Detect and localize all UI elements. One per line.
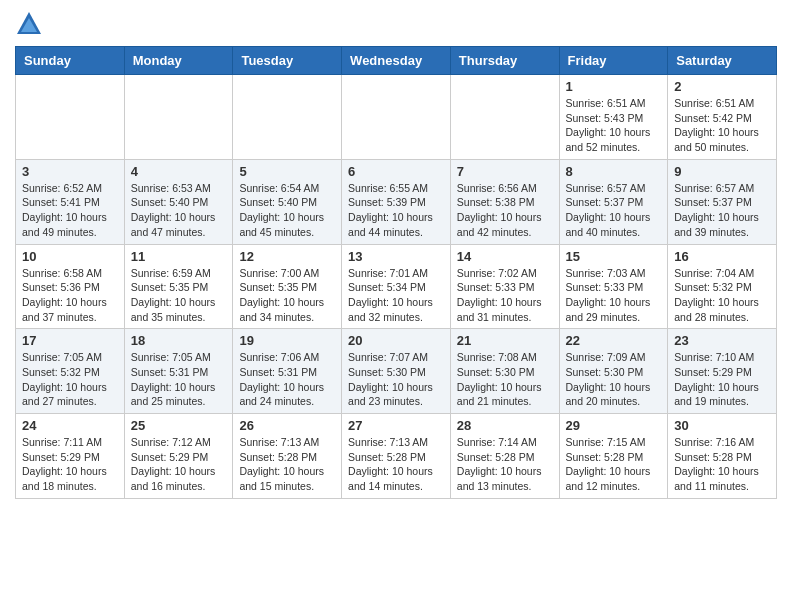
day-number: 24 bbox=[22, 418, 118, 433]
day-number: 11 bbox=[131, 249, 227, 264]
day-number: 28 bbox=[457, 418, 553, 433]
calendar-cell: 11Sunrise: 6:59 AM Sunset: 5:35 PM Dayli… bbox=[124, 244, 233, 329]
day-info: Sunrise: 7:11 AM Sunset: 5:29 PM Dayligh… bbox=[22, 435, 118, 494]
calendar-cell bbox=[450, 75, 559, 160]
day-info: Sunrise: 6:51 AM Sunset: 5:42 PM Dayligh… bbox=[674, 96, 770, 155]
day-number: 18 bbox=[131, 333, 227, 348]
day-info: Sunrise: 6:52 AM Sunset: 5:41 PM Dayligh… bbox=[22, 181, 118, 240]
calendar-cell: 17Sunrise: 7:05 AM Sunset: 5:32 PM Dayli… bbox=[16, 329, 125, 414]
calendar-cell: 20Sunrise: 7:07 AM Sunset: 5:30 PM Dayli… bbox=[342, 329, 451, 414]
calendar-cell bbox=[233, 75, 342, 160]
calendar-cell: 25Sunrise: 7:12 AM Sunset: 5:29 PM Dayli… bbox=[124, 414, 233, 499]
day-header-thursday: Thursday bbox=[450, 47, 559, 75]
day-number: 17 bbox=[22, 333, 118, 348]
day-info: Sunrise: 6:51 AM Sunset: 5:43 PM Dayligh… bbox=[566, 96, 662, 155]
calendar-cell: 13Sunrise: 7:01 AM Sunset: 5:34 PM Dayli… bbox=[342, 244, 451, 329]
day-header-sunday: Sunday bbox=[16, 47, 125, 75]
calendar-cell bbox=[342, 75, 451, 160]
calendar-cell: 29Sunrise: 7:15 AM Sunset: 5:28 PM Dayli… bbox=[559, 414, 668, 499]
day-info: Sunrise: 7:15 AM Sunset: 5:28 PM Dayligh… bbox=[566, 435, 662, 494]
day-info: Sunrise: 7:08 AM Sunset: 5:30 PM Dayligh… bbox=[457, 350, 553, 409]
calendar-cell: 1Sunrise: 6:51 AM Sunset: 5:43 PM Daylig… bbox=[559, 75, 668, 160]
day-number: 27 bbox=[348, 418, 444, 433]
calendar-cell: 23Sunrise: 7:10 AM Sunset: 5:29 PM Dayli… bbox=[668, 329, 777, 414]
calendar-cell: 5Sunrise: 6:54 AM Sunset: 5:40 PM Daylig… bbox=[233, 159, 342, 244]
day-number: 20 bbox=[348, 333, 444, 348]
day-info: Sunrise: 6:59 AM Sunset: 5:35 PM Dayligh… bbox=[131, 266, 227, 325]
calendar-cell: 8Sunrise: 6:57 AM Sunset: 5:37 PM Daylig… bbox=[559, 159, 668, 244]
day-info: Sunrise: 6:58 AM Sunset: 5:36 PM Dayligh… bbox=[22, 266, 118, 325]
week-row-1: 1Sunrise: 6:51 AM Sunset: 5:43 PM Daylig… bbox=[16, 75, 777, 160]
day-info: Sunrise: 7:16 AM Sunset: 5:28 PM Dayligh… bbox=[674, 435, 770, 494]
day-info: Sunrise: 7:06 AM Sunset: 5:31 PM Dayligh… bbox=[239, 350, 335, 409]
week-row-5: 24Sunrise: 7:11 AM Sunset: 5:29 PM Dayli… bbox=[16, 414, 777, 499]
day-info: Sunrise: 7:07 AM Sunset: 5:30 PM Dayligh… bbox=[348, 350, 444, 409]
day-number: 4 bbox=[131, 164, 227, 179]
day-info: Sunrise: 7:12 AM Sunset: 5:29 PM Dayligh… bbox=[131, 435, 227, 494]
day-number: 15 bbox=[566, 249, 662, 264]
day-header-saturday: Saturday bbox=[668, 47, 777, 75]
header-row: SundayMondayTuesdayWednesdayThursdayFrid… bbox=[16, 47, 777, 75]
day-info: Sunrise: 7:02 AM Sunset: 5:33 PM Dayligh… bbox=[457, 266, 553, 325]
calendar-cell bbox=[124, 75, 233, 160]
day-number: 23 bbox=[674, 333, 770, 348]
calendar-cell: 2Sunrise: 6:51 AM Sunset: 5:42 PM Daylig… bbox=[668, 75, 777, 160]
day-info: Sunrise: 7:00 AM Sunset: 5:35 PM Dayligh… bbox=[239, 266, 335, 325]
day-number: 2 bbox=[674, 79, 770, 94]
day-number: 16 bbox=[674, 249, 770, 264]
day-header-friday: Friday bbox=[559, 47, 668, 75]
day-info: Sunrise: 6:55 AM Sunset: 5:39 PM Dayligh… bbox=[348, 181, 444, 240]
day-info: Sunrise: 7:01 AM Sunset: 5:34 PM Dayligh… bbox=[348, 266, 444, 325]
calendar-cell: 6Sunrise: 6:55 AM Sunset: 5:39 PM Daylig… bbox=[342, 159, 451, 244]
day-info: Sunrise: 6:56 AM Sunset: 5:38 PM Dayligh… bbox=[457, 181, 553, 240]
day-number: 25 bbox=[131, 418, 227, 433]
day-number: 10 bbox=[22, 249, 118, 264]
calendar-cell bbox=[16, 75, 125, 160]
day-number: 5 bbox=[239, 164, 335, 179]
day-info: Sunrise: 7:03 AM Sunset: 5:33 PM Dayligh… bbox=[566, 266, 662, 325]
day-info: Sunrise: 7:04 AM Sunset: 5:32 PM Dayligh… bbox=[674, 266, 770, 325]
day-number: 21 bbox=[457, 333, 553, 348]
week-row-4: 17Sunrise: 7:05 AM Sunset: 5:32 PM Dayli… bbox=[16, 329, 777, 414]
day-info: Sunrise: 7:09 AM Sunset: 5:30 PM Dayligh… bbox=[566, 350, 662, 409]
day-number: 30 bbox=[674, 418, 770, 433]
calendar-cell: 27Sunrise: 7:13 AM Sunset: 5:28 PM Dayli… bbox=[342, 414, 451, 499]
week-row-2: 3Sunrise: 6:52 AM Sunset: 5:41 PM Daylig… bbox=[16, 159, 777, 244]
calendar-table: SundayMondayTuesdayWednesdayThursdayFrid… bbox=[15, 46, 777, 499]
calendar-cell: 9Sunrise: 6:57 AM Sunset: 5:37 PM Daylig… bbox=[668, 159, 777, 244]
day-info: Sunrise: 7:13 AM Sunset: 5:28 PM Dayligh… bbox=[239, 435, 335, 494]
calendar-cell: 14Sunrise: 7:02 AM Sunset: 5:33 PM Dayli… bbox=[450, 244, 559, 329]
logo-icon bbox=[15, 10, 43, 38]
day-info: Sunrise: 7:13 AM Sunset: 5:28 PM Dayligh… bbox=[348, 435, 444, 494]
calendar-cell: 22Sunrise: 7:09 AM Sunset: 5:30 PM Dayli… bbox=[559, 329, 668, 414]
calendar-cell: 19Sunrise: 7:06 AM Sunset: 5:31 PM Dayli… bbox=[233, 329, 342, 414]
header bbox=[15, 10, 777, 38]
day-number: 7 bbox=[457, 164, 553, 179]
day-number: 9 bbox=[674, 164, 770, 179]
day-number: 14 bbox=[457, 249, 553, 264]
day-header-monday: Monday bbox=[124, 47, 233, 75]
day-number: 19 bbox=[239, 333, 335, 348]
day-number: 8 bbox=[566, 164, 662, 179]
day-number: 29 bbox=[566, 418, 662, 433]
calendar-cell: 26Sunrise: 7:13 AM Sunset: 5:28 PM Dayli… bbox=[233, 414, 342, 499]
calendar-cell: 16Sunrise: 7:04 AM Sunset: 5:32 PM Dayli… bbox=[668, 244, 777, 329]
day-info: Sunrise: 6:57 AM Sunset: 5:37 PM Dayligh… bbox=[566, 181, 662, 240]
calendar-cell: 7Sunrise: 6:56 AM Sunset: 5:38 PM Daylig… bbox=[450, 159, 559, 244]
calendar-cell: 3Sunrise: 6:52 AM Sunset: 5:41 PM Daylig… bbox=[16, 159, 125, 244]
day-number: 26 bbox=[239, 418, 335, 433]
day-info: Sunrise: 6:53 AM Sunset: 5:40 PM Dayligh… bbox=[131, 181, 227, 240]
calendar-cell: 30Sunrise: 7:16 AM Sunset: 5:28 PM Dayli… bbox=[668, 414, 777, 499]
week-row-3: 10Sunrise: 6:58 AM Sunset: 5:36 PM Dayli… bbox=[16, 244, 777, 329]
day-header-wednesday: Wednesday bbox=[342, 47, 451, 75]
calendar-cell: 12Sunrise: 7:00 AM Sunset: 5:35 PM Dayli… bbox=[233, 244, 342, 329]
day-number: 13 bbox=[348, 249, 444, 264]
day-info: Sunrise: 7:10 AM Sunset: 5:29 PM Dayligh… bbox=[674, 350, 770, 409]
day-number: 1 bbox=[566, 79, 662, 94]
calendar-cell: 15Sunrise: 7:03 AM Sunset: 5:33 PM Dayli… bbox=[559, 244, 668, 329]
calendar-cell: 28Sunrise: 7:14 AM Sunset: 5:28 PM Dayli… bbox=[450, 414, 559, 499]
calendar-cell: 24Sunrise: 7:11 AM Sunset: 5:29 PM Dayli… bbox=[16, 414, 125, 499]
logo bbox=[15, 10, 47, 38]
day-number: 12 bbox=[239, 249, 335, 264]
calendar-cell: 18Sunrise: 7:05 AM Sunset: 5:31 PM Dayli… bbox=[124, 329, 233, 414]
